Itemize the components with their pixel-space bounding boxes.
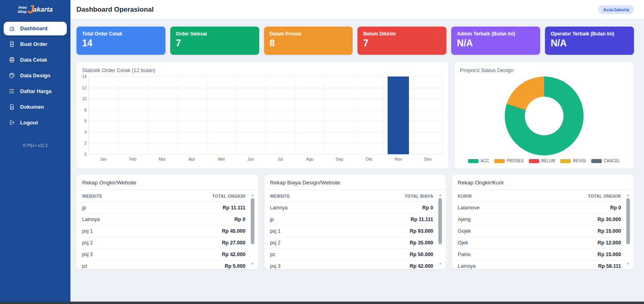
stat-card-value: 14 [82, 39, 160, 48]
scrollbar-thumb[interactable] [438, 198, 442, 244]
sidebar: Print Shop J akarta Dashboard Buat Order… [0, 0, 70, 304]
y-tick-label: 12 [82, 85, 87, 90]
scrollbar-up-icon[interactable]: ▲ [251, 193, 254, 197]
y-tick-label: 4 [84, 130, 87, 134]
table-scrollbar[interactable]: ▲ ▼ [438, 193, 443, 266]
legend-item-revisi[interactable]: REVISI [560, 159, 586, 163]
sidebar-item-label: Logout [20, 119, 38, 126]
sidebar-item-data-design[interactable]: Data Design [4, 69, 67, 83]
brand-logo: Print Shop J akarta [0, 0, 70, 20]
table-cell-name: Lalamove [458, 202, 522, 214]
table-cell-value: Rp 42.000 [144, 249, 246, 261]
table-cell-name: Paino [458, 249, 522, 261]
stat-card-label: Admin Terbaik (Bulan Ini) [457, 31, 535, 37]
legend-swatch [529, 159, 539, 163]
legend-item-belum[interactable]: BELUM [529, 159, 555, 163]
legend-label: BELUM [541, 159, 555, 163]
table-row: psj 1 Rp 45.000 [82, 225, 246, 237]
menu-palette-icon [9, 72, 15, 79]
table-cell-name: Lainnya [82, 214, 144, 225]
y-tick-label: 10 [82, 97, 87, 101]
stat-card-admin-terbaik-bulan-ini: Admin Terbaik (Bulan Ini) N/A [451, 27, 540, 55]
legend-label: CANCEL [604, 159, 620, 163]
scrollbar-thumb[interactable] [251, 198, 254, 244]
sidebar-item-buat-order[interactable]: Buat Order [4, 37, 67, 51]
table-cell-name: psj 3 [270, 261, 338, 270]
table-card-rekap-biaya-design-website: Rekap Biaya Design/Website WEBSITE TOTAL… [264, 175, 446, 269]
table-cell-name: jp [82, 202, 144, 214]
legend-item-cancel[interactable]: CANCEL [591, 159, 620, 163]
table-row: psj 3 Rp 42.000 [82, 249, 246, 261]
table-scrollbar[interactable]: ▲ ▼ [250, 193, 255, 266]
stat-card-order-selesai: Order Selesai 7 [170, 27, 259, 55]
table-col-header: WEBSITE [270, 190, 338, 202]
table-row: pz Rp 50.000 [270, 249, 433, 261]
sidebar-item-label: Dokumen [20, 103, 44, 111]
scrollbar-down-icon[interactable]: ▼ [251, 262, 254, 266]
table-cell-value: Rp 5.000 [144, 261, 246, 270]
table-cell-name: jp [270, 214, 338, 225]
table-cell-value: Rp 0 [337, 202, 433, 214]
scrollbar-up-icon[interactable]: ▲ [627, 193, 630, 197]
table-cell-value: Rp 45.000 [144, 225, 246, 237]
sidebar-item-data-cetak[interactable]: Data Cetak [4, 53, 67, 67]
sidebar-item-label: Daftar Harga [20, 88, 52, 95]
sidebar-item-label: Buat Order [20, 41, 47, 48]
legend-swatch [591, 159, 602, 163]
table-cell-name: Gojek [458, 225, 522, 237]
scrollbar-down-icon[interactable]: ▼ [439, 262, 442, 266]
legend-item-acc[interactable]: ACC [468, 159, 489, 163]
legend-item-proses[interactable]: PROSES [494, 159, 524, 163]
table-cell-value: Rp 11.111 [337, 214, 433, 225]
scrollbar-thumb[interactable] [626, 198, 630, 244]
table-card-rekap-ongkir-kurir: Rekap Ongkir/Kurir KURIR TOTAL ONGKIR [452, 175, 634, 269]
menu-file-plus-icon [9, 41, 15, 47]
window-bottom-edge [0, 302, 644, 304]
x-tick-label: Mei [206, 157, 236, 161]
sidebar-item-dokumen[interactable]: Dokumen [4, 100, 67, 114]
table-cell-value: Rp 93.000 [337, 225, 433, 237]
menu-gauge-icon [9, 25, 15, 31]
table-cell-value: Rp 0 [522, 202, 621, 214]
sidebar-item-daftar-harga[interactable]: Daftar Harga [4, 85, 67, 98]
menu-price-list-icon [9, 88, 15, 94]
menu-printer-icon [9, 57, 15, 63]
x-tick-label: Des [413, 157, 442, 161]
x-tick-label: Feb [118, 157, 147, 161]
y-tick-label: 14 [82, 74, 87, 79]
summary-table: WEBSITE TOTAL ONGKIR jp Rp 11.111 [82, 190, 246, 269]
table-cell-name: Ajeng [458, 214, 522, 225]
table-cell-value: Rp 15.000 [522, 225, 621, 237]
x-tick-label: Agu [295, 157, 324, 161]
sidebar-item-logout[interactable]: Logout [4, 116, 67, 130]
timezone-badge: Asia/Jakarta [598, 5, 634, 14]
dashboard-content: Total Order Cetak 14 Order Selesai 7 Dal… [70, 19, 644, 304]
table-card-rekap-ongkir-website: Rekap Ongkir/Website WEBSITE TOTAL ONGKI… [76, 175, 258, 269]
table-cell-name: Lainnya [458, 261, 522, 270]
x-tick-label: Apr [177, 157, 206, 161]
scrollbar-up-icon[interactable]: ▲ [439, 193, 442, 197]
stat-card-value: 7 [363, 39, 441, 48]
stat-card-value: N/A [457, 39, 535, 48]
legend-label: REVISI [573, 159, 586, 163]
table-col-header: TOTAL ONGKIR [144, 190, 246, 202]
table-cell-name: psj 2 [270, 237, 338, 249]
table-row: jp Rp 11.111 [82, 202, 246, 214]
table-col-header: KURIR [458, 190, 522, 202]
table-col-header: WEBSITE [82, 190, 144, 202]
main-area: Dashboard Operasional Asia/Jakarta Total… [70, 0, 644, 304]
table-cell-name: psj 2 [82, 237, 144, 249]
bar-chart-x-labels: JanFebMarAprMeiJunJulAguSepOktNovDes [89, 157, 443, 161]
sidebar-menu: Dashboard Buat Order Data Cetak Data Des… [0, 20, 70, 131]
sidebar-item-label: Dashboard [20, 25, 47, 32]
stat-card-value: N/A [551, 39, 628, 48]
bar-nov [388, 77, 409, 154]
x-tick-label: Jan [89, 157, 118, 161]
table-row: Gojek Rp 15.000 [458, 225, 621, 237]
table-title: Rekap Biaya Design/Website [264, 175, 446, 190]
table-scrollbar[interactable]: ▲ ▼ [625, 193, 631, 266]
scrollbar-down-icon[interactable]: ▼ [627, 262, 630, 266]
stat-card-label: Belum Dikirim [363, 31, 441, 37]
table-row: psj 2 Rp 27.000 [82, 237, 246, 249]
sidebar-item-dashboard[interactable]: Dashboard [4, 22, 67, 35]
